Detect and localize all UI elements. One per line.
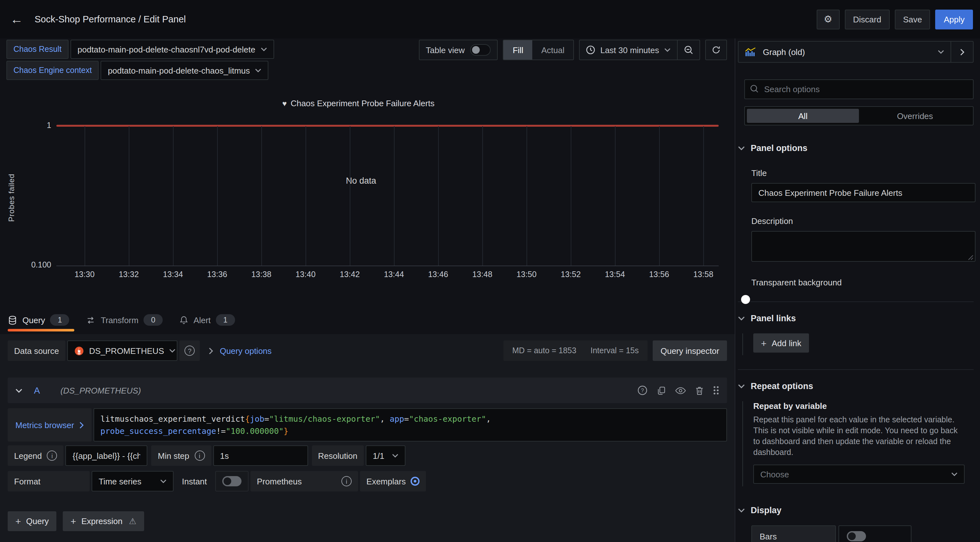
bars-toggle[interactable] <box>847 531 866 541</box>
display-section-header[interactable]: Display <box>738 506 974 515</box>
panel-settings-button[interactable]: ⚙ <box>817 9 840 29</box>
promql-code-line: litmuschaos_experiment_verdict{job="litm… <box>100 413 720 425</box>
x-tick-label: 13:56 <box>640 270 678 279</box>
chevron-down-icon <box>169 349 175 353</box>
help-icon[interactable]: ? <box>637 385 648 395</box>
exemplars-toggle-icon[interactable] <box>411 477 420 486</box>
query-stats: MD = auto = 1853 Interval = 15s <box>503 341 648 361</box>
legend-format-value: {{app_label}} - {{chaos... <box>73 451 141 460</box>
chevron-down-icon <box>664 48 671 52</box>
panel-description-textarea[interactable] <box>751 231 975 262</box>
heart-icon: ♥ <box>282 99 286 108</box>
repeat-variable-select[interactable]: Choose <box>753 464 965 484</box>
filter-tab-overrides[interactable]: Overrides <box>859 109 971 123</box>
drag-handle-icon[interactable] <box>713 385 719 395</box>
bars-toggle-box <box>838 525 912 542</box>
table-view-toggle[interactable] <box>471 44 491 55</box>
query-options-label: Query options <box>220 346 272 355</box>
actual-option[interactable]: Actual <box>532 40 573 60</box>
bars-label: Bars <box>751 525 836 542</box>
graph-viz-icon <box>745 47 756 57</box>
format-options-row: Format Time series Instant Prometheus i … <box>8 471 727 491</box>
eye-icon[interactable] <box>675 386 686 395</box>
repeat-options-section-header[interactable]: Repeat options <box>738 381 974 391</box>
repeat-by-variable-label: Repeat by variable <box>753 401 974 411</box>
discard-button[interactable]: Discard <box>845 9 890 29</box>
datasource-help-button[interactable]: ? <box>179 341 200 361</box>
duplicate-icon[interactable] <box>657 385 666 395</box>
datasource-name: DS_PROMETHEUS <box>89 346 164 355</box>
visualization-picker[interactable]: Graph (old) <box>738 41 951 62</box>
datasource-picker[interactable]: DS_PROMETHEUS <box>67 341 177 361</box>
panel-links-section-header[interactable]: Panel links <box>738 314 974 323</box>
info-icon: i <box>47 450 57 461</box>
promql-expression-input[interactable]: litmuschaos_experiment_verdict{job="litm… <box>94 408 727 442</box>
query-footer-buttons: + Query + Expression ⚠ <box>8 511 727 531</box>
resize-handle-icon[interactable] <box>968 255 974 260</box>
panel-options-section-header[interactable]: Panel options <box>738 143 974 153</box>
title-field-label: Title <box>751 168 974 178</box>
min-step-input[interactable]: 1s <box>213 445 308 466</box>
instant-label: Instant <box>175 471 213 491</box>
add-query-button[interactable]: + Query <box>8 511 56 531</box>
chevron-down-icon <box>255 68 261 72</box>
options-filter-tabs: All Overrides <box>744 106 974 125</box>
y-tick-label: 1 <box>14 121 51 130</box>
time-range-picker[interactable]: Last 30 minutes <box>580 40 677 60</box>
variable-label: Chaos Engine context <box>6 61 99 80</box>
repeat-select-placeholder: Choose <box>760 469 789 479</box>
tab-query[interactable]: Query 1 <box>8 306 70 334</box>
x-tick-label: 13:38 <box>242 270 280 279</box>
apply-button[interactable]: Apply <box>935 9 973 29</box>
back-arrow-icon[interactable]: ← <box>10 12 23 27</box>
search-options-input[interactable] <box>744 79 974 99</box>
variable-value-dropdown[interactable]: podtato-main-pod-delete-chaosnl7vd-pod-d… <box>70 40 274 59</box>
x-gridline <box>84 126 85 266</box>
resolution-label: Resolution <box>318 451 357 460</box>
fill-option[interactable]: Fill <box>504 40 532 60</box>
resolution-select[interactable]: 1/1 <box>366 445 406 466</box>
exemplars-box: Exemplars <box>360 471 426 491</box>
add-expression-button[interactable]: + Expression ⚠ <box>63 511 144 531</box>
options-search-row <box>744 79 974 99</box>
y-tick-label: 0.100 <box>14 260 51 269</box>
add-link-button[interactable]: + Add link <box>753 333 809 353</box>
transparent-bg-label: Transparent background <box>751 278 974 287</box>
metrics-browser-button[interactable]: Metrics browser <box>8 408 92 442</box>
query-inspector-button[interactable]: Query inspector <box>653 341 727 361</box>
tab-alert[interactable]: Alert 1 <box>179 306 235 334</box>
divider <box>738 301 974 302</box>
query-options-expander[interactable]: Query options <box>209 346 272 355</box>
zoom-out-button[interactable] <box>678 40 700 60</box>
trash-icon[interactable] <box>695 385 704 395</box>
refresh-button[interactable] <box>705 40 727 60</box>
panel-title-input[interactable] <box>751 183 975 202</box>
filter-tab-all[interactable]: All <box>747 109 859 123</box>
add-query-label: Query <box>26 517 49 526</box>
resolution-label-box: Resolution <box>312 445 364 466</box>
query-row-header[interactable]: A (DS_PROMETHEUS) ? <box>8 377 727 403</box>
min-step-label: Min step <box>158 451 189 460</box>
format-select[interactable]: Time series <box>92 471 173 491</box>
dashboard-variables: Chaos Result podtato-main-pod-delete-cha… <box>6 40 274 82</box>
instant-toggle[interactable] <box>222 476 242 487</box>
tab-transform[interactable]: Transform 0 <box>86 306 163 334</box>
x-tick-label: 13:48 <box>463 270 501 279</box>
clock-icon <box>586 46 595 54</box>
info-icon: i <box>194 450 205 461</box>
panel-title-text: Chaos Experiment Probe Failure Alerts <box>291 98 434 108</box>
section-header-text: Panel links <box>751 314 796 323</box>
time-picker-group: Last 30 minutes <box>579 40 700 60</box>
save-button[interactable]: Save <box>895 9 931 29</box>
toggle-sidebar-button[interactable] <box>951 41 973 62</box>
prometheus-type-label: Prometheus <box>257 476 302 486</box>
legend-format-input[interactable]: {{app_label}} - {{chaos... <box>66 445 148 466</box>
edit-panel-main: Chaos Result podtato-main-pod-delete-cha… <box>0 38 735 542</box>
repeat-options-content: Repeat by variable Repeat this panel for… <box>742 401 974 487</box>
add-link-label: Add link <box>772 338 802 348</box>
metrics-browser-label: Metrics browser <box>15 420 74 430</box>
table-view-toggle-group: Table view <box>419 40 498 60</box>
variable-value-dropdown[interactable]: podtato-main-pod-delete-chaos_litmus <box>101 61 269 80</box>
x-tick-label: 13:50 <box>507 270 546 279</box>
table-view-label: Table view <box>426 45 465 55</box>
